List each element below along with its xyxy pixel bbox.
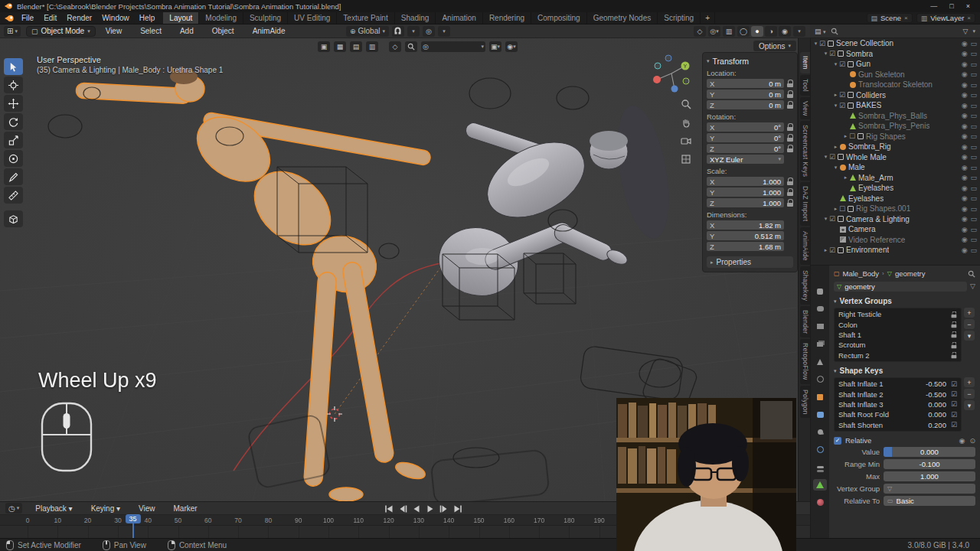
disclosure-icon[interactable]: ▾ <box>822 51 829 57</box>
scale-x-field[interactable]: X1.000 <box>707 177 784 186</box>
outliner-row[interactable]: Sombra_Phys_Penis◉▭ <box>811 121 980 132</box>
rotation-mode-dropdown[interactable]: XYZ Euler▾ <box>707 155 784 164</box>
properties-tab-object-data[interactable] <box>813 479 827 491</box>
dimensions-z-field[interactable]: Z1.68 m <box>707 242 784 251</box>
viewport-visibility-icon[interactable]: ▭ <box>970 102 977 109</box>
gizmo-toggle-button[interactable]: ◇ <box>694 26 706 37</box>
timeline-editor-type-button[interactable]: ◷▾ <box>5 503 22 514</box>
viewport-menu-view[interactable]: View <box>101 27 127 35</box>
render-visibility-icon[interactable]: ◉ <box>962 70 968 78</box>
outliner-row[interactable]: ▾☑Scene Collection◉▭ <box>811 38 980 49</box>
render-visibility-icon[interactable]: ◉ <box>962 164 968 171</box>
lock-icon[interactable] <box>786 90 793 98</box>
shading-rendered-button[interactable]: ◉ <box>779 26 791 37</box>
workspace-tab-shading[interactable]: Shading <box>395 12 436 24</box>
remove-vertex-group-button[interactable]: − <box>964 319 975 329</box>
render-visibility-icon[interactable]: ◉ <box>962 132 968 140</box>
render-visibility-icon[interactable]: ◉ <box>962 102 968 109</box>
shape-keys-panel-header[interactable]: ▾Shape Keys <box>834 367 975 375</box>
lock-icon[interactable] <box>786 123 793 131</box>
render-visibility-icon[interactable]: ◉ <box>962 153 968 161</box>
snap-toggle-button[interactable] <box>392 26 404 37</box>
search-icon[interactable] <box>968 270 975 278</box>
datablock-name-field[interactable]: ▽ geometry <box>834 282 967 292</box>
timeline-menu-marker[interactable]: Marker <box>169 504 202 513</box>
falloff-dropdown[interactable]: ◎▾ <box>421 41 485 52</box>
location-y-field[interactable]: Y0 m <box>707 90 784 99</box>
sidebar-tab-tool[interactable]: Tool <box>800 75 810 96</box>
axis-y-negative-icon[interactable] <box>683 78 689 84</box>
rotation-x-field[interactable]: X0° <box>707 122 784 132</box>
blender-logo-icon[interactable] <box>4 15 15 22</box>
disclosure-icon[interactable]: ▾ <box>822 216 829 222</box>
collection-checkbox[interactable]: ☑ <box>829 153 835 161</box>
disclosure-icon[interactable]: ▸ <box>832 92 839 98</box>
properties-tab-tool[interactable] <box>813 285 827 297</box>
xray-toggle-button[interactable]: ▥ <box>723 26 735 37</box>
viewport-visibility-icon[interactable]: ▭ <box>970 50 977 57</box>
outliner-row[interactable]: ▸☑Environment◉▭ <box>811 245 980 256</box>
disclosure-icon[interactable]: ▾ <box>812 41 819 47</box>
viewport-visibility-icon[interactable]: ▭ <box>970 91 977 99</box>
collection-checkbox[interactable]: ☑ <box>839 91 845 99</box>
lock-icon[interactable] <box>786 178 793 185</box>
render-visibility-icon[interactable]: ◉ <box>962 215 968 223</box>
vertex-group-row[interactable]: Scrotum <box>835 340 961 350</box>
viewport-visibility-icon[interactable]: ▭ <box>970 81 977 89</box>
disclosure-icon[interactable]: ▸ <box>832 144 839 150</box>
outliner-display-mode-button[interactable]: ▤ ▾ <box>815 28 826 35</box>
shading-material-button[interactable]: ◑ <box>765 26 777 37</box>
relative-to-field[interactable]: ▭ Basic <box>884 496 975 506</box>
outliner-row[interactable]: Camera◉▭ <box>811 224 980 235</box>
viewport-visibility-icon[interactable]: ▭ <box>970 174 977 181</box>
shape-key-specials-button[interactable]: ▾ <box>964 400 975 410</box>
lock-icon[interactable] <box>786 101 793 109</box>
disclosure-icon[interactable]: ▸ <box>842 174 849 181</box>
sidebar-tab-polygon[interactable]: Polygon <box>800 386 810 419</box>
render-visibility-icon[interactable]: ◉ <box>962 226 968 233</box>
render-visibility-icon[interactable]: ◉ <box>962 194 968 202</box>
shape-key-value[interactable]: 0.000 <box>919 400 946 409</box>
shape-key-row[interactable]: Shaft Inflate 30.000☑ <box>835 399 961 409</box>
viewport-visibility-icon[interactable]: ▭ <box>970 184 977 192</box>
viewport-visibility-icon[interactable]: ▭ <box>970 60 977 68</box>
tool-select-box[interactable] <box>4 58 23 75</box>
outliner-row[interactable]: ▾☑Camera & Lighting◉▭ <box>811 214 980 225</box>
workspace-tab-modeling[interactable]: Modeling <box>199 12 243 24</box>
viewport-visibility-icon[interactable]: ▭ <box>970 226 977 233</box>
viewport-visibility-icon[interactable]: ▭ <box>970 143 977 151</box>
orientation-dropdown[interactable]: ⊕ Global ▾ <box>346 26 389 37</box>
render-visibility-icon[interactable]: ◉ <box>962 122 968 130</box>
snap-target-dropdown[interactable]: ▣▾ <box>489 41 501 52</box>
proportional-edit-button[interactable]: ◎ <box>423 26 435 37</box>
axis-x-negative-icon[interactable] <box>655 63 661 69</box>
collection-checkbox[interactable]: ☑ <box>819 40 825 47</box>
viewport-visibility-icon[interactable]: ▭ <box>970 236 977 243</box>
dimensions-y-field[interactable]: Y0.512 m <box>707 231 784 240</box>
disclosure-icon[interactable]: ▸ <box>842 133 849 139</box>
lock-icon[interactable] <box>786 145 793 152</box>
workspace-tab-geometry-nodes[interactable]: Geometry Nodes <box>587 12 658 24</box>
collection-checkbox[interactable]: ☑ <box>829 215 835 223</box>
unlink-icon[interactable]: × <box>967 15 971 21</box>
menu-file[interactable]: File <box>17 14 38 22</box>
properties-tab-render[interactable] <box>813 303 827 315</box>
viewport-visibility-icon[interactable]: ▭ <box>970 205 977 213</box>
tool-move[interactable] <box>4 95 23 112</box>
range-min-field[interactable]: -0.100 <box>884 459 975 469</box>
viewport-visibility-icon[interactable]: ▭ <box>970 112 977 119</box>
properties-tab-modifiers[interactable] <box>813 409 827 420</box>
shape-key-value[interactable]: -0.500 <box>919 380 946 388</box>
viewport-visibility-icon[interactable]: ▭ <box>970 246 977 254</box>
workspace-tab-rendering[interactable]: Rendering <box>483 12 531 24</box>
disclosure-icon[interactable]: ▾ <box>832 165 839 171</box>
transport-play-reverse-button[interactable] <box>410 504 422 514</box>
search-button[interactable] <box>405 41 417 52</box>
viewport-visibility-icon[interactable]: ▭ <box>970 215 977 223</box>
shape-key-checkbox[interactable]: ☑ <box>951 411 957 419</box>
transport-previous-keyframe-button[interactable] <box>397 504 408 514</box>
viewport-menu-select[interactable]: Select <box>136 27 166 35</box>
properties-tab-material[interactable] <box>813 497 827 508</box>
lock-icon[interactable] <box>786 134 793 142</box>
view-layer-selector[interactable]: ▥ ViewLayer × <box>916 13 975 23</box>
